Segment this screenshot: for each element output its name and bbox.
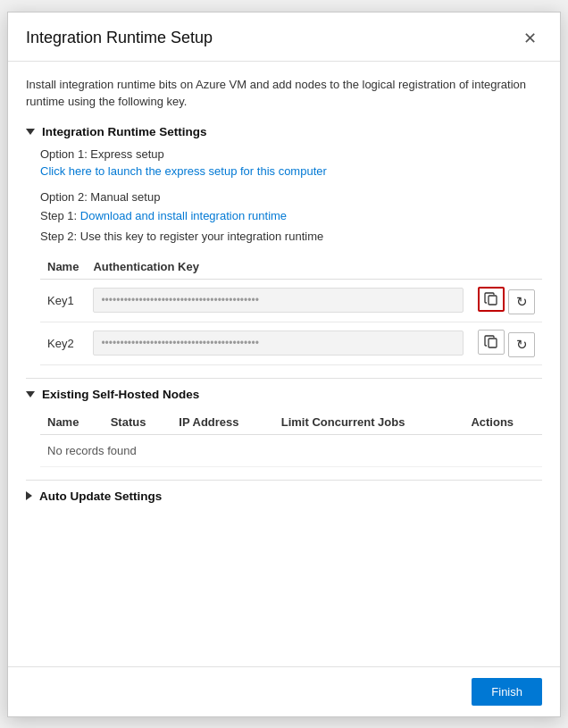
col-header-name: Name <box>40 255 86 280</box>
svg-rect-1 <box>489 339 497 347</box>
intro-text: Install integration runtime bits on Azur… <box>26 76 542 111</box>
finish-button[interactable]: Finish <box>472 678 542 706</box>
dialog: Integration Runtime Setup ✕ Install inte… <box>7 12 561 717</box>
keys-table: Name Authentication Key Key1 <box>40 255 542 365</box>
dialog-title: Integration Runtime Setup <box>26 29 213 47</box>
dialog-footer: Finish <box>8 666 560 716</box>
no-records-row: No records found <box>40 434 542 466</box>
section-auto-update-header[interactable]: Auto Update Settings <box>26 490 542 503</box>
nodes-col-ip: IP Address <box>171 410 273 435</box>
col-header-authkey: Authentication Key <box>86 255 471 280</box>
key2-name: Key2 <box>40 322 86 364</box>
section-runtime-settings: Integration Runtime Settings Option 1: E… <box>26 125 542 365</box>
nodes-col-status: Status <box>104 410 172 435</box>
key1-copy-button[interactable] <box>478 287 505 312</box>
section-runtime-settings-content: Option 1: Express setup Click here to la… <box>26 147 542 365</box>
expand-auto-update-icon <box>26 491 32 500</box>
key2-input[interactable] <box>93 331 464 356</box>
key1-name: Key1 <box>40 279 86 322</box>
key1-input[interactable] <box>93 288 464 313</box>
key1-refresh-button[interactable]: ↻ <box>508 289 535 314</box>
section-runtime-settings-label: Integration Runtime Settings <box>42 125 207 138</box>
step1-label: Step 1: <box>40 209 77 222</box>
option2-title: Option 2: Manual setup <box>40 190 542 204</box>
nodes-col-actions: Actions <box>464 410 542 435</box>
option2-block: Option 2: Manual setup Step 1: Download … <box>40 190 542 246</box>
close-button[interactable]: ✕ <box>518 27 542 50</box>
refresh-icon-2: ↻ <box>516 337 528 353</box>
divider2 <box>26 480 542 481</box>
section-runtime-settings-header[interactable]: Integration Runtime Settings <box>26 125 542 138</box>
step2-text: Step 2: Use this key to register your in… <box>40 228 542 246</box>
divider1 <box>26 378 542 379</box>
nodes-col-name: Name <box>40 410 104 435</box>
nodes-table: Name Status IP Address Limit Concurrent … <box>40 410 542 467</box>
key2-value-cell <box>86 322 471 364</box>
section-existing-nodes: Existing Self-Hosted Nodes Name Status I… <box>26 388 542 467</box>
key1-value-cell <box>86 279 471 322</box>
dialog-body: Install integration runtime bits on Azur… <box>8 62 560 666</box>
no-records-text: No records found <box>40 434 542 466</box>
section-existing-nodes-content: Name Status IP Address Limit Concurrent … <box>26 410 542 467</box>
section-existing-nodes-header[interactable]: Existing Self-Hosted Nodes <box>26 388 542 401</box>
svg-rect-0 <box>489 296 497 305</box>
dialog-header: Integration Runtime Setup ✕ <box>8 13 560 62</box>
section-existing-nodes-label: Existing Self-Hosted Nodes <box>42 388 199 401</box>
key2-refresh-button[interactable]: ↻ <box>508 332 535 357</box>
step1-text: Step 1: Download and install integration… <box>40 207 542 225</box>
express-setup-link[interactable]: Click here to launch the express setup f… <box>40 164 327 178</box>
collapse-icon <box>26 129 35 135</box>
section-auto-update-label: Auto Update Settings <box>39 490 162 503</box>
key2-copy-button[interactable] <box>478 330 505 355</box>
collapse-nodes-icon <box>26 391 35 397</box>
refresh-icon: ↻ <box>516 294 528 310</box>
option1-title: Option 1: Express setup <box>40 147 542 161</box>
key2-row: Key2 <box>40 322 542 364</box>
section-auto-update: Auto Update Settings <box>26 490 542 503</box>
download-runtime-link[interactable]: Download and install integration runtime <box>80 209 287 222</box>
key1-row: Key1 <box>40 279 542 322</box>
nodes-col-limit: Limit Concurrent Jobs <box>274 410 464 435</box>
